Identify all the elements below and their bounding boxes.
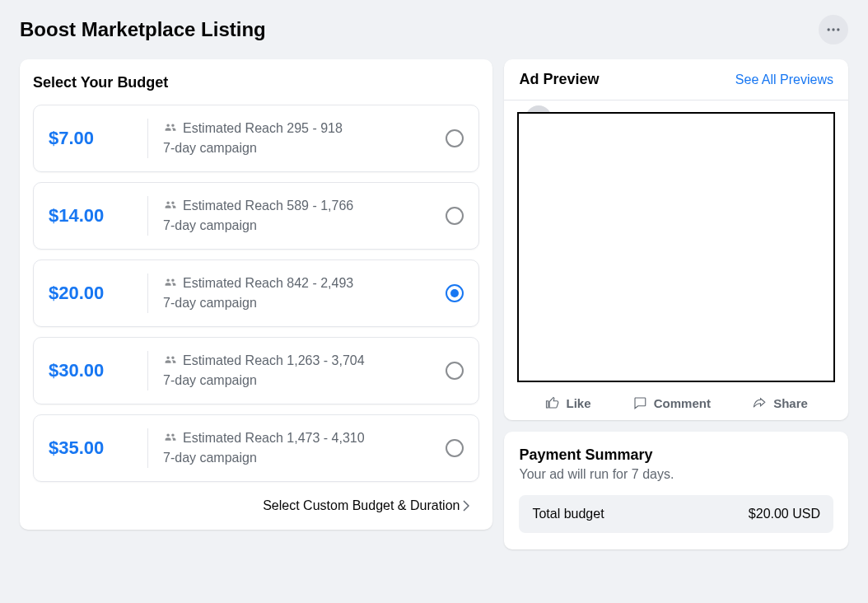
chevron-right-icon	[463, 499, 469, 512]
budget-option-price: $14.00	[49, 205, 147, 227]
like-button[interactable]: Like	[545, 395, 591, 410]
people-icon	[163, 276, 178, 291]
comment-button[interactable]: Comment	[632, 395, 711, 410]
ellipsis-icon	[825, 21, 842, 38]
budget-card-title: Select Your Budget	[33, 74, 479, 91]
payment-summary-subtitle: Your ad will run for 7 days.	[519, 467, 833, 482]
people-icon	[163, 199, 178, 213]
budget-option-duration: 7-day campaign	[163, 141, 446, 156]
total-budget-row: Total budget $20.00 USD	[519, 495, 833, 533]
ad-preview-title: Ad Preview	[519, 71, 599, 88]
budget-option[interactable]: $30.00Estimated Reach 1,263 - 3,7047-day…	[33, 337, 479, 404]
ad-preview-placeholder	[517, 112, 835, 382]
ad-preview-card: Ad Preview See All Previews Like Comment	[504, 59, 848, 420]
total-budget-value: $20.00 USD	[749, 507, 820, 521]
page-title: Boost Marketplace Listing	[20, 18, 266, 41]
budget-option-radio[interactable]	[446, 284, 464, 302]
budget-option[interactable]: $35.00Estimated Reach 1,473 - 4,3107-day…	[33, 414, 479, 482]
svg-point-0	[828, 28, 830, 30]
svg-point-1	[832, 28, 834, 30]
share-label: Share	[773, 396, 808, 410]
budget-option-duration: 7-day campaign	[163, 218, 446, 233]
share-button[interactable]: Share	[752, 395, 808, 410]
divider	[147, 428, 148, 468]
people-icon	[163, 431, 178, 446]
budget-option-price: $30.00	[49, 360, 147, 381]
budget-option-reach: Estimated Reach 842 - 2,493	[183, 276, 353, 291]
budget-option-reach: Estimated Reach 1,473 - 4,310	[183, 431, 365, 446]
people-icon	[163, 121, 178, 136]
divider	[147, 351, 148, 390]
budget-option-price: $35.00	[49, 437, 147, 459]
budget-option-price: $7.00	[49, 128, 147, 149]
payment-summary-title: Payment Summary	[519, 446, 833, 464]
budget-option-reach: Estimated Reach 589 - 1,766	[183, 199, 353, 213]
people-icon	[163, 353, 178, 368]
budget-option-radio[interactable]	[446, 129, 464, 147]
comment-label: Comment	[654, 396, 711, 410]
budget-option[interactable]: $7.00Estimated Reach 295 - 9187-day camp…	[33, 105, 479, 172]
like-label: Like	[567, 396, 591, 410]
payment-summary-card: Payment Summary Your ad will run for 7 d…	[504, 432, 848, 549]
see-all-previews-link[interactable]: See All Previews	[735, 72, 833, 87]
budget-option-duration: 7-day campaign	[163, 296, 446, 311]
budget-option-price: $20.00	[49, 283, 147, 304]
budget-option[interactable]: $14.00Estimated Reach 589 - 1,7667-day c…	[33, 182, 479, 250]
budget-option-reach: Estimated Reach 295 - 918	[183, 121, 343, 136]
total-budget-label: Total budget	[532, 507, 604, 521]
budget-option-radio[interactable]	[446, 207, 464, 225]
svg-point-2	[837, 28, 839, 30]
like-icon	[545, 395, 560, 410]
budget-card: Select Your Budget $7.00Estimated Reach …	[20, 59, 492, 530]
budget-option-duration: 7-day campaign	[163, 373, 446, 388]
divider	[147, 119, 148, 158]
more-options-button[interactable]	[819, 15, 848, 44]
comment-icon	[632, 395, 647, 410]
divider	[147, 273, 148, 313]
custom-budget-link[interactable]: Select Custom Budget & Duration	[263, 498, 469, 513]
custom-budget-link-label: Select Custom Budget & Duration	[263, 498, 460, 513]
budget-option-reach: Estimated Reach 1,263 - 3,704	[183, 353, 365, 368]
share-icon	[752, 395, 767, 410]
budget-option-duration: 7-day campaign	[163, 451, 446, 465]
divider	[147, 196, 148, 236]
budget-option-radio[interactable]	[446, 362, 464, 380]
budget-option-radio[interactable]	[446, 439, 464, 457]
budget-option[interactable]: $20.00Estimated Reach 842 - 2,4937-day c…	[33, 259, 479, 327]
